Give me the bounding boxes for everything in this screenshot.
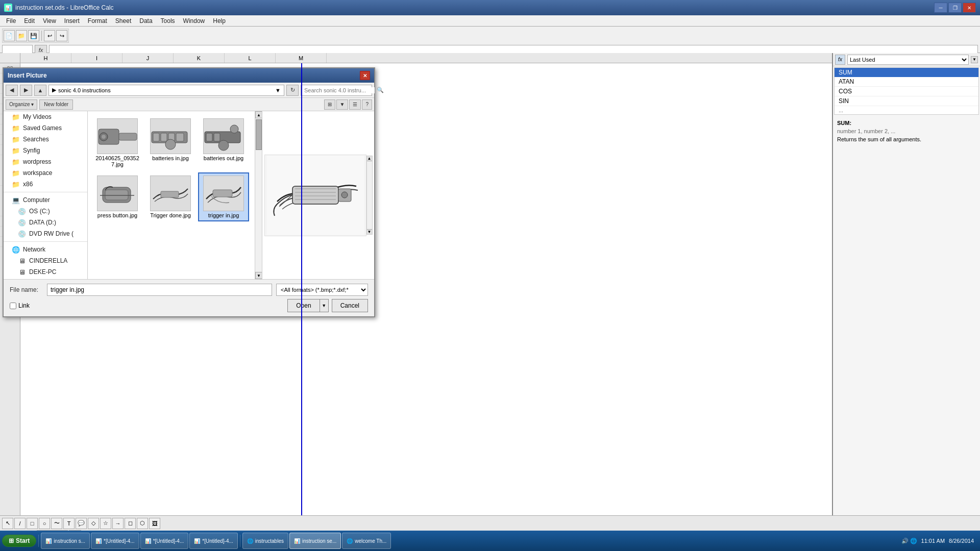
dialog-close-button[interactable]: ✕ — [360, 71, 370, 80]
menu-data[interactable]: Data — [135, 16, 156, 26]
view-mode-details[interactable]: ☰ — [349, 99, 361, 110]
open-main-button[interactable]: Open — [287, 299, 319, 312]
toolbar-save[interactable]: 💾 — [28, 30, 39, 41]
minimize-button[interactable]: ─ — [934, 3, 947, 13]
view-mode-dropdown[interactable]: ▼ — [336, 99, 349, 110]
draw-text[interactable]: T — [63, 518, 75, 529]
panel-expand-btn[interactable]: ▼ — [971, 56, 978, 63]
function-item-sum[interactable]: SUM — [835, 68, 978, 77]
nav-synfig[interactable]: 📁 Synfig — [4, 145, 87, 156]
draw-select[interactable]: ↖ — [2, 518, 13, 529]
cancel-button[interactable]: Cancel — [332, 299, 368, 312]
file-item-5[interactable]: Trigger done.jpg — [145, 172, 196, 221]
nav-computer[interactable]: 💻 Computer — [4, 194, 87, 206]
toolbar-open[interactable]: 📁 — [16, 30, 27, 41]
preview-scroll-down[interactable]: ▼ — [367, 229, 372, 234]
taskbar-instructables[interactable]: 🌐 instructables — [242, 533, 288, 549]
refresh-button[interactable]: ↻ — [286, 85, 299, 96]
file-type-select[interactable]: <All formats> (*.bmp;*.dxf;* — [276, 284, 368, 296]
file-item-2[interactable]: batteries in.jpg — [145, 115, 196, 170]
insert-image[interactable]: 🖼 — [149, 518, 160, 529]
function-item-more[interactable]: ... — [835, 106, 978, 114]
file-area: 20140625_09352 7.jpg — [88, 111, 262, 279]
nav-os-c[interactable]: 💿 OS (C:) — [4, 206, 87, 217]
nav-deke[interactable]: 🖥 DEKE-PC — [4, 266, 87, 278]
nav-back-button[interactable]: ◀ — [6, 85, 18, 96]
nav-my-videos[interactable]: 📁 My Videos — [4, 111, 87, 122]
draw-arrows[interactable]: → — [112, 518, 124, 529]
draw-shapes[interactable]: ◇ — [88, 518, 99, 529]
nav-up-button[interactable]: ▲ — [34, 85, 46, 96]
function-item-sin[interactable]: SIN — [835, 96, 978, 106]
toolbar-undo[interactable]: ↩ — [44, 30, 55, 41]
nav-saved-games[interactable]: 📁 Saved Games — [4, 122, 87, 134]
file-item-3[interactable]: batteries out.jpg — [198, 115, 249, 170]
nav-data-d[interactable]: 💿 DATA (D:) — [4, 217, 87, 228]
function-item-atan[interactable]: ATAN — [835, 77, 978, 87]
menu-insert[interactable]: Insert — [60, 16, 84, 26]
view-mode-icons[interactable]: ⊞ — [324, 99, 335, 110]
folder-icon-7: 📁 — [12, 180, 20, 188]
nav-wordpress[interactable]: 📁 wordpress — [4, 156, 87, 167]
new-folder-button[interactable]: New folder — [39, 99, 73, 110]
draw-freeform[interactable]: 〜 — [51, 518, 62, 529]
menu-window[interactable]: Window — [179, 16, 209, 26]
menu-help[interactable]: Help — [209, 16, 230, 26]
taskbar-welcome[interactable]: 🌐 welcome Th... — [342, 533, 391, 549]
nav-forward-button[interactable]: ▶ — [20, 85, 32, 96]
file-item-4[interactable]: press button.jpg — [92, 172, 143, 221]
toolbar-redo[interactable]: ↪ — [56, 30, 67, 41]
nav-workspace[interactable]: 📁 workspace — [4, 167, 87, 179]
taskbar-instruction[interactable]: 📊 instruction s... — [41, 533, 90, 549]
scroll-thumb[interactable] — [256, 119, 262, 150]
svg-rect-30 — [161, 191, 179, 197]
scroll-up-btn[interactable]: ▲ — [255, 111, 262, 118]
toolbar-area: 📄 📁 💾 ↩ ↪ fx — [0, 27, 980, 53]
help-button[interactable]: ? — [362, 99, 372, 110]
menu-file[interactable]: File — [2, 16, 20, 26]
menu-view[interactable]: View — [39, 16, 60, 26]
scroll-down-btn[interactable]: ▼ — [255, 272, 262, 279]
preview-scroll-up[interactable]: ▲ — [367, 156, 372, 161]
folder-icon-6: 📁 — [12, 169, 20, 177]
menu-tools[interactable]: Tools — [157, 16, 179, 26]
nav-x86[interactable]: 📁 x86 — [4, 179, 87, 190]
draw-callout[interactable]: 💬 — [76, 518, 87, 529]
menu-sheet[interactable]: Sheet — [111, 16, 135, 26]
file-grid[interactable]: 20140625_09352 7.jpg — [88, 111, 255, 279]
draw-line[interactable]: / — [14, 518, 26, 529]
link-checkbox-area[interactable]: Link — [10, 302, 30, 309]
nav-cinderella[interactable]: 🖥 CINDERELLA — [4, 255, 87, 266]
draw-3d[interactable]: ⬡ — [137, 518, 148, 529]
draw-flowchart[interactable]: ◻ — [125, 518, 136, 529]
menu-format[interactable]: Format — [84, 16, 111, 26]
restore-button[interactable]: ❐ — [948, 3, 962, 13]
col-I: I — [71, 53, 122, 63]
nav-searches[interactable]: 📁 Searches — [4, 134, 87, 145]
function-desc-args: number 1, number 2, ... — [837, 128, 976, 134]
organize-button[interactable]: Organize ▾ — [6, 99, 37, 110]
nav-dvd[interactable]: 💿 DVD RW Drive ( — [4, 228, 87, 239]
tray-time: 11:01 AM — [921, 538, 945, 544]
dialog-title-bar: Insert Picture ✕ — [4, 68, 374, 83]
file-name-input[interactable] — [47, 284, 272, 296]
taskbar-untitled-1[interactable]: 📊 *[Untitled]-4... — [91, 533, 139, 549]
file-item-6[interactable]: trigger in.jpg — [198, 172, 249, 221]
function-dropdown[interactable]: Last Used — [847, 55, 969, 65]
function-item-cos[interactable]: COS — [835, 87, 978, 96]
close-button[interactable]: ✕ — [963, 3, 976, 13]
draw-star[interactable]: ☆ — [100, 518, 111, 529]
open-dropdown-button[interactable]: ▼ — [320, 299, 329, 312]
start-button[interactable]: ⊞ Start — [2, 535, 36, 547]
toolbar-new[interactable]: 📄 — [4, 30, 15, 41]
taskbar-instruction-se[interactable]: 📊 instruction se... — [289, 533, 341, 549]
search-input[interactable] — [304, 87, 375, 93]
draw-rect[interactable]: □ — [27, 518, 38, 529]
nav-network[interactable]: 🌐 Network — [4, 244, 87, 255]
menu-edit[interactable]: Edit — [20, 16, 39, 26]
taskbar-untitled-3[interactable]: 📊 *[Untitled]-4... — [189, 533, 238, 549]
draw-ellipse[interactable]: ○ — [39, 518, 50, 529]
file-item-1[interactable]: 20140625_09352 7.jpg — [92, 115, 143, 170]
taskbar-untitled-2[interactable]: 📊 *[Untitled]-4... — [140, 533, 189, 549]
link-checkbox[interactable] — [10, 303, 16, 309]
